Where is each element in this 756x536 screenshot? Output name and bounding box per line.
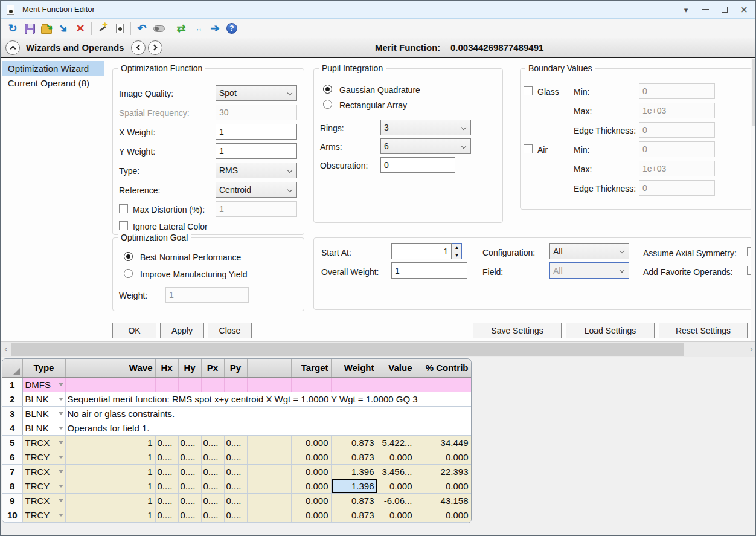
operand-cell-hy[interactable]: 0....: [178, 450, 201, 464]
operand-cell-px[interactable]: 0....: [201, 435, 224, 450]
operand-cell-c1[interactable]: [65, 479, 121, 493]
row-number[interactable]: 2: [2, 392, 22, 406]
operand-cell-wave[interactable]: 1: [121, 450, 155, 464]
minimize-button[interactable]: [699, 3, 712, 16]
operand-cell-wave[interactable]: 1: [121, 435, 155, 450]
operand-cell-b1[interactable]: [247, 508, 269, 522]
operand-cell-contrib[interactable]: [415, 377, 471, 392]
operand-cell-px[interactable]: 0....: [201, 450, 224, 464]
y-weight-input[interactable]: 1: [216, 143, 297, 159]
comment-cell[interactable]: No air or glass constraints.: [65, 406, 471, 421]
operand-type-cell[interactable]: TRCY: [22, 508, 65, 522]
spatial-frequency-input[interactable]: 30: [216, 105, 297, 120]
operand-cell-contrib[interactable]: 0.000: [415, 479, 471, 493]
air-checkbox[interactable]: [524, 144, 533, 153]
air-min-input[interactable]: 0: [639, 141, 715, 157]
operand-cell-weight[interactable]: 0.873: [331, 508, 377, 522]
operand-type-cell[interactable]: BLNK: [22, 406, 65, 421]
operand-cell-b2[interactable]: [269, 435, 291, 450]
wizard-icon[interactable]: [94, 21, 111, 36]
operand-cell-hy[interactable]: 0....: [178, 493, 201, 508]
operand-cell-px[interactable]: 0....: [201, 493, 224, 508]
sidebar-item-current-operand[interactable]: Current Operand (8): [2, 76, 104, 90]
maximize-button[interactable]: [718, 3, 731, 16]
operand-cell-target[interactable]: [291, 377, 331, 392]
operand-cell-px[interactable]: 0....: [201, 479, 224, 493]
delete-icon[interactable]: ✕: [72, 21, 89, 36]
operand-cell-py[interactable]: 0....: [224, 435, 247, 450]
operand-type-cell[interactable]: TRCX: [22, 493, 65, 508]
operand-cell-hy[interactable]: 0....: [178, 479, 201, 493]
comment-cell[interactable]: Sequential merit function: RMS spot x+y …: [65, 392, 471, 406]
start-at-input[interactable]: 1: [391, 243, 452, 259]
prev-section-button[interactable]: [131, 40, 146, 55]
operand-cell-contrib[interactable]: 0.000: [415, 450, 471, 464]
operand-cell-wave[interactable]: 1: [121, 464, 155, 479]
operand-cell-target[interactable]: 0.000: [291, 435, 331, 450]
operand-cell-hy[interactable]: [178, 377, 201, 392]
operand-cell-hx[interactable]: 0....: [155, 479, 178, 493]
air-max-input[interactable]: 1e+03: [639, 161, 715, 176]
operand-type-dropdown-icon[interactable]: [59, 499, 63, 502]
obscuration-input[interactable]: 0: [380, 157, 455, 173]
operand-type-cell[interactable]: TRCY: [22, 479, 65, 493]
operand-cell-px[interactable]: 0....: [201, 508, 224, 522]
panel-vertical-scrollbar[interactable]: [751, 58, 756, 341]
operand-cell-hx[interactable]: 0....: [155, 493, 178, 508]
vertical-scrollbar-thumb[interactable]: [752, 59, 756, 126]
operand-type-dropdown-icon[interactable]: [59, 412, 63, 415]
type-dropdown[interactable]: RMS: [216, 163, 297, 178]
operand-type-dropdown-icon[interactable]: [59, 514, 63, 517]
operand-cell-b1[interactable]: [247, 450, 269, 464]
update-icon[interactable]: ↻: [4, 21, 21, 36]
operand-cell-weight[interactable]: 1.396: [331, 479, 377, 493]
properties-icon[interactable]: [111, 21, 128, 36]
operand-cell-hx[interactable]: 0....: [155, 464, 178, 479]
row-number[interactable]: 1: [2, 377, 22, 392]
operand-type-dropdown-icon[interactable]: [59, 456, 63, 459]
operand-cell-b2[interactable]: [269, 450, 291, 464]
operand-type-dropdown-icon[interactable]: [59, 398, 63, 401]
operand-cell-py[interactable]: 0....: [224, 464, 247, 479]
save-settings-button[interactable]: Save Settings: [473, 323, 562, 338]
row-number[interactable]: 10: [2, 508, 22, 522]
next-section-button[interactable]: [148, 40, 162, 55]
operand-type-dropdown-icon[interactable]: [59, 383, 63, 386]
operand-type-cell[interactable]: TRCY: [22, 450, 65, 464]
operand-cell-c1[interactable]: [65, 464, 121, 479]
gaussian-quadrature-radio[interactable]: [323, 85, 332, 94]
load-settings-button[interactable]: Load Settings: [566, 323, 655, 338]
operand-cell-wave[interactable]: 1: [121, 508, 155, 522]
apply-button[interactable]: Apply: [160, 323, 204, 338]
operand-cell-hy[interactable]: 0....: [178, 435, 201, 450]
operand-cell-target[interactable]: 0.000: [291, 479, 331, 493]
goal-weight-input[interactable]: 1: [165, 287, 249, 303]
collapse-section-button[interactable]: [5, 40, 20, 55]
operand-type-dropdown-icon[interactable]: [59, 485, 63, 488]
operand-cell-px[interactable]: 0....: [201, 464, 224, 479]
operand-cell-target[interactable]: 0.000: [291, 450, 331, 464]
operand-cell-c1[interactable]: [65, 508, 121, 522]
operand-cell-c1[interactable]: [65, 450, 121, 464]
operand-cell-weight[interactable]: 0.873: [331, 435, 377, 450]
operand-cell-b1[interactable]: [247, 493, 269, 508]
operand-cell-b1[interactable]: [247, 464, 269, 479]
operand-cell-target[interactable]: 0.000: [291, 493, 331, 508]
operand-type-cell[interactable]: BLNK: [22, 392, 65, 406]
swap-icon[interactable]: ⇄: [173, 21, 190, 36]
forward-icon[interactable]: ➔: [207, 21, 223, 36]
operand-cell-b1[interactable]: [247, 377, 269, 392]
ok-button[interactable]: OK: [112, 323, 156, 338]
operand-cell-b2[interactable]: [269, 508, 291, 522]
operand-cell-hy[interactable]: 0....: [178, 464, 201, 479]
operand-cell-hx[interactable]: 0....: [155, 435, 178, 450]
operand-cell-px[interactable]: [201, 377, 224, 392]
operand-cell-py[interactable]: [224, 377, 247, 392]
operand-cell-weight[interactable]: 1.396: [331, 464, 377, 479]
scroll-right-icon[interactable]: ›: [746, 342, 756, 357]
operand-cell-weight[interactable]: 0.873: [331, 450, 377, 464]
operand-cell-contrib[interactable]: 0.000: [415, 508, 471, 522]
row-number[interactable]: 8: [2, 479, 22, 493]
glass-checkbox[interactable]: [524, 86, 533, 95]
rectangular-array-radio[interactable]: [323, 100, 332, 109]
